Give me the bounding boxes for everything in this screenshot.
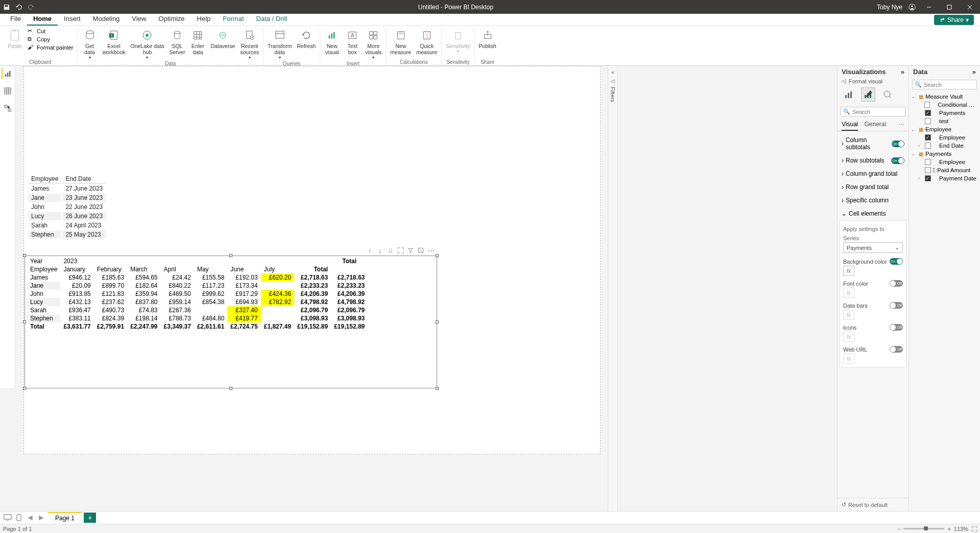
tab-visual[interactable]: Visual xyxy=(842,119,858,131)
table-node[interactable]: ⌄▦Payments xyxy=(911,150,978,158)
table-node[interactable]: ⌄▦Measure Vault xyxy=(911,92,978,101)
reset-to-default-button[interactable]: ↺ Reset to default xyxy=(838,498,909,511)
matrix-row[interactable]: John£913.85£121.83£359.94£469.50£999.62£… xyxy=(27,290,368,298)
bg-color-toggle[interactable]: On xyxy=(890,258,903,265)
row-subtotals-row[interactable]: ›Row subtotals On xyxy=(841,154,905,167)
series-dropdown[interactable]: Payments ⌄ xyxy=(843,242,903,253)
analytics-icon[interactable] xyxy=(880,87,895,102)
field-node[interactable]: ›End Date xyxy=(911,142,978,150)
ribbon-tab-data-drill[interactable]: Data / Drill xyxy=(250,13,294,26)
table-row[interactable]: Sarah24 April 2023 xyxy=(28,221,106,229)
drill-up-icon[interactable]: ↑ xyxy=(366,247,373,254)
tab-general[interactable]: General xyxy=(864,119,886,131)
mobile-layout-icon[interactable] xyxy=(14,514,23,522)
text-box-button[interactable]: AText box xyxy=(343,27,362,56)
field-node[interactable]: Employee xyxy=(911,158,978,166)
add-page-button[interactable]: + xyxy=(84,513,96,523)
data-view-icon[interactable] xyxy=(2,85,13,97)
close-button[interactable] xyxy=(963,2,977,12)
transform-data-button[interactable]: Transform data▾ xyxy=(266,27,294,61)
ribbon-tab-insert[interactable]: Insert xyxy=(58,13,87,26)
report-page[interactable]: EmployeeEnd Date James27 June 2023Jane23… xyxy=(23,66,601,454)
back-icon[interactable]: ◁ xyxy=(611,78,615,84)
user-avatar-icon[interactable] xyxy=(909,4,916,11)
expand-all-icon[interactable]: ⛶ xyxy=(397,247,404,254)
maximize-button[interactable] xyxy=(942,2,957,12)
expand-filters-icon[interactable]: « xyxy=(611,69,614,75)
get-data-button[interactable]: Get data▾ xyxy=(80,27,100,61)
filters-pane-collapsed[interactable]: « ◁ Filters xyxy=(608,66,618,511)
sensitivity-button[interactable]: Sensitivity▾ xyxy=(444,27,472,55)
icons-toggle[interactable]: Off xyxy=(890,324,903,331)
ribbon-tab-help[interactable]: Help xyxy=(191,13,217,26)
user-name[interactable]: Toby Nye xyxy=(877,4,902,11)
tab-more-icon[interactable]: ⋯ xyxy=(898,119,904,131)
desktop-layout-icon[interactable] xyxy=(3,514,12,522)
fit-to-page-icon[interactable]: ⛶ xyxy=(971,526,977,532)
table-row[interactable]: Jane23 June 2023 xyxy=(28,194,106,202)
ribbon-tab-home[interactable]: Home xyxy=(27,13,58,26)
format-visual-icon[interactable] xyxy=(861,87,875,102)
matrix-row[interactable]: Sarah£936.47£490.73£74.83£267.36£327.40£… xyxy=(27,306,368,314)
enter-data-button[interactable]: Enter data xyxy=(188,27,207,56)
zoom-out-button[interactable]: − xyxy=(897,526,900,532)
zoom-slider[interactable] xyxy=(903,528,944,529)
copy-button[interactable]: ⧉Copy xyxy=(26,35,76,43)
paste-button[interactable]: Paste xyxy=(5,27,25,50)
ribbon-tab-modeling[interactable]: Modeling xyxy=(87,13,126,26)
web-url-toggle[interactable]: Off xyxy=(890,346,903,353)
employee-end-date-table[interactable]: EmployeeEnd Date James27 June 2023Jane23… xyxy=(27,174,107,240)
more-visuals-button[interactable]: More visuals▾ xyxy=(363,27,384,61)
sql-server-button[interactable]: SQL Server xyxy=(167,27,187,56)
prev-page-button[interactable]: ◄ xyxy=(26,513,35,522)
recent-sources-button[interactable]: Recent sources▾ xyxy=(238,27,261,61)
matrix-row[interactable]: Lucy£432.13£237.62£837.80£959.14£854.38£… xyxy=(27,298,368,306)
matrix-row[interactable]: James£946.12£185.63£594.65£24.42£155.58£… xyxy=(27,273,368,282)
field-node[interactable]: ✓Payments xyxy=(911,109,978,117)
ribbon-tab-optimize[interactable]: Optimize xyxy=(152,13,190,26)
format-search-input[interactable]: 🔍 xyxy=(841,107,905,117)
field-node[interactable]: ΣPaid Amount xyxy=(911,166,978,174)
publish-button[interactable]: Publish xyxy=(476,27,498,50)
table-row[interactable]: Lucy26 June 2023 xyxy=(28,212,106,220)
more-options-icon[interactable]: ⋯ xyxy=(427,247,435,254)
new-visual-button[interactable]: New visual xyxy=(322,27,342,56)
filter-icon[interactable] xyxy=(407,247,414,254)
specific-column-row[interactable]: ›Specific column xyxy=(841,194,905,207)
model-view-icon[interactable] xyxy=(2,103,13,114)
new-measure-button[interactable]: New measure xyxy=(388,27,413,56)
row-subtotals-toggle[interactable]: On xyxy=(891,157,904,164)
back-to-report-icon[interactable]: ◁ xyxy=(842,78,846,84)
save-icon[interactable] xyxy=(3,4,10,11)
field-node[interactable]: ›✓Payment Date xyxy=(911,174,978,182)
expand-data-pane-icon[interactable]: » xyxy=(972,68,976,76)
redo-icon[interactable] xyxy=(28,4,35,11)
icons-fx-button[interactable]: fx xyxy=(843,332,854,342)
cut-button[interactable]: ✂Cut xyxy=(26,27,76,35)
next-page-button[interactable]: ► xyxy=(37,513,46,522)
expand-viz-pane-icon[interactable]: » xyxy=(901,68,904,76)
minimize-button[interactable] xyxy=(922,2,936,12)
refresh-button[interactable]: Refresh xyxy=(295,27,318,50)
matrix-row[interactable]: Stephen£383.11£824.39£198.14£788.73£484.… xyxy=(27,314,368,322)
ribbon-tab-view[interactable]: View xyxy=(126,13,152,26)
page-tab[interactable]: Page 1 xyxy=(48,512,82,523)
expand-next-level-icon[interactable]: ⇊ xyxy=(387,247,394,254)
web-url-fx-button[interactable]: fx xyxy=(843,354,854,364)
column-subtotals-toggle[interactable]: On xyxy=(892,141,904,147)
format-painter-button[interactable]: 🖌Format painter xyxy=(26,43,76,52)
cell-elements-row[interactable]: ⌄Cell elements xyxy=(841,207,905,220)
quick-measure-button[interactable]: Quick measure xyxy=(414,27,439,56)
undo-icon[interactable] xyxy=(15,4,22,11)
payments-matrix-visual[interactable]: ↑ ↓ ⇊ ⛶ ⋯ Year2023TotalEmployeeJanuaryFe… xyxy=(25,256,437,388)
data-bars-fx-button[interactable]: fx xyxy=(843,310,854,320)
font-color-fx-button[interactable]: fx xyxy=(843,288,854,298)
table-row[interactable]: John22 June 2023 xyxy=(28,203,106,211)
data-search-input[interactable]: 🔍 xyxy=(912,80,977,89)
table-row[interactable]: James27 June 2023 xyxy=(28,184,106,193)
excel-workbook-button[interactable]: XExcel workbook xyxy=(101,27,128,56)
font-color-toggle[interactable]: Off xyxy=(890,280,903,287)
focus-mode-icon[interactable] xyxy=(417,247,424,254)
field-node[interactable]: ✓Employee xyxy=(911,133,978,142)
row-grand-total-row[interactable]: ›Row grand total xyxy=(841,180,905,194)
